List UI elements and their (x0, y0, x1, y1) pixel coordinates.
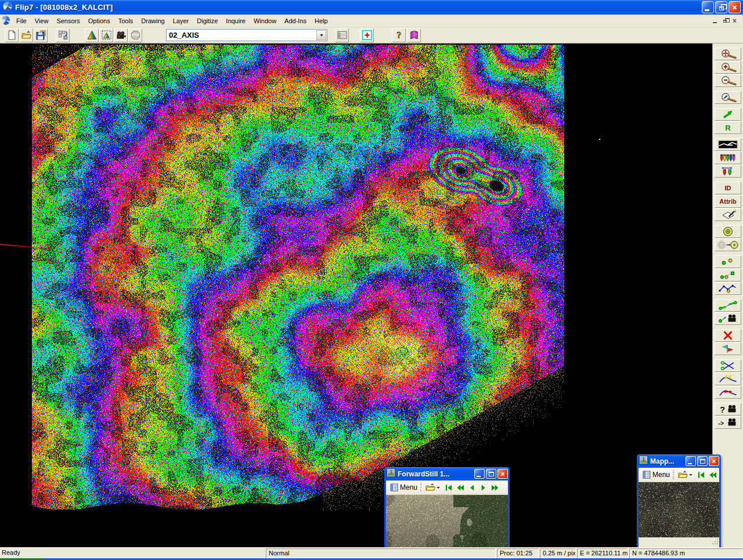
snap-move-button[interactable] (715, 239, 741, 251)
save-floppy-icon (36, 30, 46, 40)
color-range-button[interactable] (715, 165, 741, 178)
menu-sensors[interactable]: Sensors (52, 16, 84, 26)
polyline-yellow-arrows-icon (716, 374, 740, 384)
target-rings-icon (716, 226, 740, 237)
nav-fast-back-button[interactable] (709, 471, 717, 479)
pan-button[interactable] (715, 108, 741, 121)
menu-layer[interactable]: Layer (169, 16, 193, 26)
camera-capture-button[interactable] (114, 28, 128, 42)
status-ready: Ready (0, 548, 265, 558)
nav-back-button[interactable] (468, 484, 476, 492)
tin-select-button[interactable] (99, 28, 113, 42)
forwardstill-close-button[interactable]: × (497, 469, 508, 479)
redraw-button[interactable]: R (715, 121, 741, 134)
mapping-resize-grip[interactable] (639, 537, 719, 545)
tin-select-icon (102, 30, 111, 40)
help-button[interactable]: ? (392, 28, 406, 42)
nav-fast-forward-button[interactable] (491, 484, 499, 492)
mapping-photo-area (639, 482, 719, 537)
title-bar: Flip7 - [081008x2_KALCIT] × (0, 0, 743, 15)
forwardstill-minimize-button[interactable] (474, 469, 485, 479)
query-camera-button[interactable]: ? (715, 403, 741, 416)
zoom-in-button[interactable] (715, 61, 741, 74)
menu-file[interactable]: File (12, 16, 31, 26)
profile-view-button[interactable] (715, 138, 741, 151)
point-cloud-render[interactable] (32, 45, 564, 511)
polyline-plus-icon (716, 283, 740, 294)
mapping-window: Mapp... × Menu (637, 454, 721, 550)
mapping-menu-button[interactable]: Menu (641, 470, 672, 479)
profile-strip-icon (716, 139, 740, 150)
mapping-title: Mapp... (650, 457, 684, 465)
identify-button[interactable]: ID (715, 182, 741, 194)
grid-settings-button[interactable] (335, 28, 349, 42)
combo-dropdown-button[interactable] (316, 30, 326, 40)
rings-transfer-icon (716, 240, 740, 250)
magnifier-extents-icon (716, 49, 740, 59)
nav-first-button[interactable] (445, 484, 453, 492)
restore-button[interactable] (715, 1, 727, 13)
reverse-polyline-button[interactable] (715, 386, 741, 399)
save-file-button[interactable] (34, 28, 48, 42)
menu-window[interactable]: Window (250, 16, 280, 26)
zoom-window-button[interactable] (715, 48, 741, 60)
menu-view[interactable]: View (31, 16, 53, 26)
mapping-minimize-button[interactable] (686, 456, 696, 466)
nav-forward-button[interactable] (479, 484, 488, 492)
flag-button[interactable] (715, 342, 741, 355)
menu-addins[interactable]: Add-Ins (280, 16, 311, 26)
add-segment-button[interactable] (715, 269, 741, 281)
mapping-title-bar[interactable]: Mapp... × (637, 454, 721, 468)
arrange-views-button[interactable] (56, 28, 70, 42)
forwardstill-title-bar[interactable]: ForwardStill 1... × (384, 467, 510, 480)
mdi-restore-button[interactable] (720, 16, 730, 25)
reference-book-button[interactable]: ? (407, 28, 421, 42)
svg-text:?: ? (720, 404, 725, 414)
add-point-button[interactable] (715, 255, 741, 268)
magnifier-arrow-icon (716, 92, 740, 103)
menu-inquire[interactable]: Inquire (222, 16, 250, 26)
stop-process-button[interactable]: STOP (128, 28, 142, 42)
camera-icon (116, 30, 126, 40)
new-document-button[interactable] (5, 28, 19, 42)
move-vertex-button[interactable] (715, 299, 741, 312)
zoom-previous-button[interactable] (715, 91, 741, 104)
menu-tools[interactable]: Tools (114, 16, 138, 26)
snap-target-button[interactable] (715, 225, 741, 238)
nav-first-button[interactable] (697, 471, 705, 479)
mdi-minimize-button[interactable] (710, 16, 720, 25)
mdi-close-button[interactable]: × (730, 16, 740, 25)
goto-camera-button[interactable]: -> (715, 416, 741, 429)
add-tool-button[interactable] (360, 28, 374, 42)
delete-x-icon (716, 330, 740, 341)
join-polyline-button[interactable] (715, 373, 741, 385)
add-polyline-button[interactable] (715, 282, 741, 295)
mapping-close-button[interactable]: × (709, 456, 719, 466)
cut-polyline-button[interactable] (715, 359, 741, 372)
tin-display-button[interactable] (85, 28, 99, 42)
delete-button[interactable] (715, 329, 741, 342)
open-file-button[interactable] (19, 28, 33, 42)
menu-help[interactable]: Help (311, 16, 332, 26)
erase-button[interactable] (715, 208, 741, 221)
mapping-open-button[interactable] (677, 470, 694, 479)
menu-drawing[interactable]: Drawing (137, 16, 168, 26)
erase-pen-icon (716, 209, 740, 220)
mapping-maximize-button[interactable] (697, 456, 708, 466)
point-to-camera-button[interactable] (715, 312, 741, 325)
zoom-out-button[interactable] (715, 74, 741, 87)
forwardstill-open-button[interactable] (424, 483, 441, 492)
close-button[interactable]: × (728, 1, 741, 13)
menu-digitize[interactable]: Digitize (193, 16, 222, 26)
color-table-button[interactable] (715, 151, 741, 164)
forwardstill-title: ForwardStill 1... (398, 470, 473, 478)
forwardstill-menu-button[interactable]: Menu (388, 483, 419, 492)
attributes-button[interactable]: Attrib (715, 195, 741, 208)
nav-fast-back-button[interactable] (456, 484, 464, 492)
arrange-windows-icon (58, 30, 68, 40)
menu-options[interactable]: Options (84, 16, 114, 26)
minimize-button[interactable] (702, 1, 714, 13)
status-resolution: 0.25 m / pix (540, 548, 576, 558)
layer-combobox[interactable]: 02_AXIS (166, 29, 327, 41)
forwardstill-maximize-button[interactable] (486, 469, 496, 479)
